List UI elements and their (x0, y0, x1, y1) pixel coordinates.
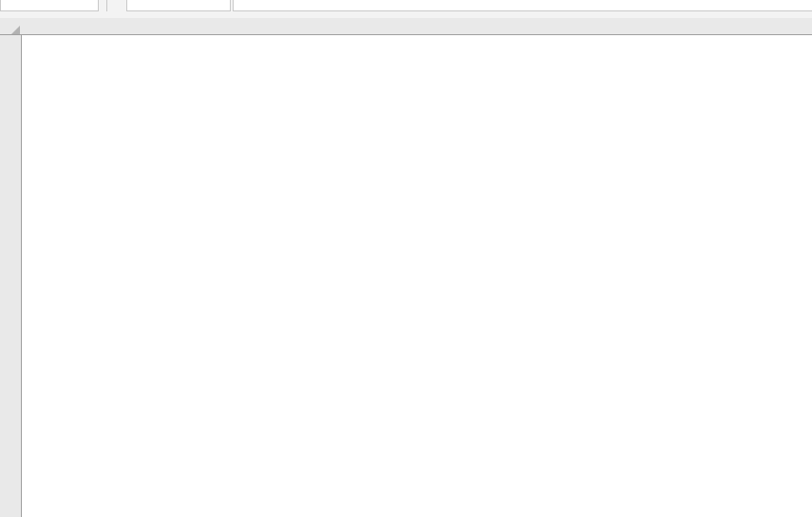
formula-buttons (126, 0, 231, 11)
formula-bar (0, 0, 812, 12)
formula-input[interactable] (233, 0, 812, 11)
formula-bar-divider (106, 0, 107, 11)
name-box[interactable] (0, 0, 99, 11)
select-all-triangle-icon[interactable] (11, 26, 20, 34)
column-header-bar (0, 18, 812, 35)
row-header-gutter (0, 35, 22, 517)
